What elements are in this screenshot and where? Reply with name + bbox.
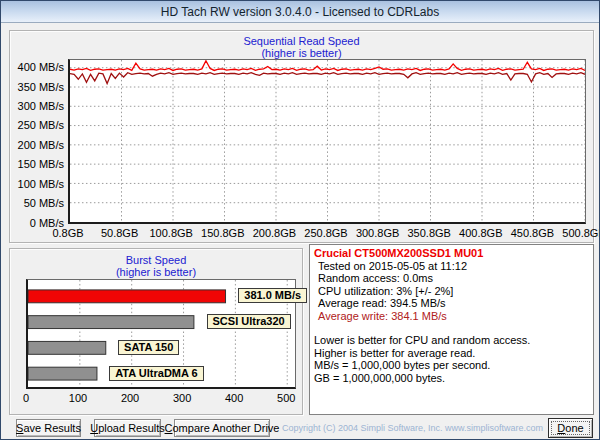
seq-x-tick-label: 100.8GB — [149, 227, 192, 239]
title-bar: HD Tach RW version 3.0.4.0 - Licensed to… — [1, 1, 599, 23]
seq-x-tick-label: 500.8GB — [562, 227, 600, 239]
note-mbs-definition: MB/s = 1,000,000 bytes per second. — [314, 359, 589, 372]
burst-x-tick-label: 100 — [69, 392, 87, 404]
average-write: Average write: 384.1 MB/s — [314, 310, 589, 323]
sequential-read-y-axis-labels: 400 MB/s350 MB/s300 MB/s250 MB/s200 MB/s… — [10, 59, 64, 224]
burst-bar-value-label: SATA 150 — [118, 340, 179, 355]
cpu-utilization: CPU utilization: 3% [+/- 2%] — [314, 285, 589, 298]
burst-bar-value-label: ATA UltraDMA 6 — [109, 366, 204, 381]
seq-y-tick-label: 250 MB/s — [18, 119, 64, 131]
tested-on: Tested on 2015-05-05 at 11:12 — [314, 260, 589, 273]
random-access: Random access: 0.0ms — [314, 272, 589, 285]
seq-x-tick-label: 400.8GB — [459, 227, 502, 239]
seq-x-tick-label: 150.8GB — [201, 227, 244, 239]
note-gb-definition: GB = 1,000,000,000 bytes. — [314, 372, 589, 385]
burst-x-tick-label: 500 — [277, 392, 295, 404]
seq-y-tick-label: 300 MB/s — [18, 100, 64, 112]
upload-results-button[interactable]: Upload Results — [94, 419, 161, 437]
seq-x-tick-label: 300.8GB — [356, 227, 399, 239]
note-average-read: Higher is better for average read. — [314, 347, 589, 360]
seq-y-tick-label: 400 MB/s — [18, 61, 64, 73]
seq-x-tick-label: 200.8GB — [253, 227, 296, 239]
average-read: Average read: 394.5 MB/s — [314, 297, 589, 310]
burst-x-tick-label: 400 — [225, 392, 243, 404]
seq-y-tick-label: 100 MB/s — [18, 178, 64, 190]
burst-x-tick-label: 300 — [173, 392, 191, 404]
seq-x-tick-label: 50.8GB — [101, 227, 138, 239]
sequential-read-subtitle: (higher is better) — [10, 47, 593, 59]
sequential-read-groupbox: Sequential Read Speed (higher is better)… — [9, 30, 594, 243]
note-cpu-random: Lower is better for CPU and random acces… — [314, 334, 589, 347]
sequential-read-title: Sequential Read Speed — [10, 35, 593, 47]
compare-another-drive-button[interactable]: Compare Another Drive — [174, 419, 270, 437]
save-results-button[interactable]: Save Results — [16, 419, 81, 437]
drive-name: Crucial CT500MX200SSD1 MU01 — [314, 247, 589, 260]
burst-speed-groupbox: Burst Speed (higher is better) 010020030… — [9, 248, 303, 415]
burst-x-axis-labels: 0100200300400500 — [26, 392, 296, 406]
seq-x-tick-label: 450.8GB — [511, 227, 554, 239]
burst-speed-subtitle: (higher is better) — [10, 266, 302, 278]
window-title: HD Tach RW version 3.0.4.0 - Licensed to… — [161, 5, 439, 19]
hd-tach-window: HD Tach RW version 3.0.4.0 - Licensed to… — [0, 0, 600, 440]
seq-y-tick-label: 50 MB/s — [24, 197, 64, 209]
burst-speed-title: Burst Speed — [10, 254, 302, 266]
copyright-text: Copyright (C) 2004 Simpli Software, Inc.… — [282, 423, 538, 433]
burst-x-tick-label: 200 — [121, 392, 139, 404]
seq-x-tick-label: 350.8GB — [407, 227, 450, 239]
sequential-read-x-axis-labels: 0.8GB50.8GB100.8GB150.8GB200.8GB250.8GB3… — [68, 227, 586, 241]
spacer — [314, 322, 589, 334]
seq-x-tick-label: 0.8GB — [52, 227, 83, 239]
seq-y-tick-label: 350 MB/s — [18, 81, 64, 93]
seq-x-tick-label: 250.8GB — [304, 227, 347, 239]
burst-bar-value-label: SCSI Ultra320 — [207, 314, 291, 329]
burst-bar-value-label: 381.0 MB/s — [238, 288, 307, 303]
seq-y-tick-label: 150 MB/s — [18, 158, 64, 170]
sequential-read-plot — [68, 59, 586, 224]
done-button[interactable]: Done — [548, 418, 593, 438]
sequential-read-lines — [70, 60, 585, 222]
seq-y-tick-label: 200 MB/s — [18, 139, 64, 151]
burst-x-tick-label: 0 — [23, 392, 29, 404]
drive-info-panel: Crucial CT500MX200SSD1 MU01 Tested on 20… — [309, 244, 594, 415]
